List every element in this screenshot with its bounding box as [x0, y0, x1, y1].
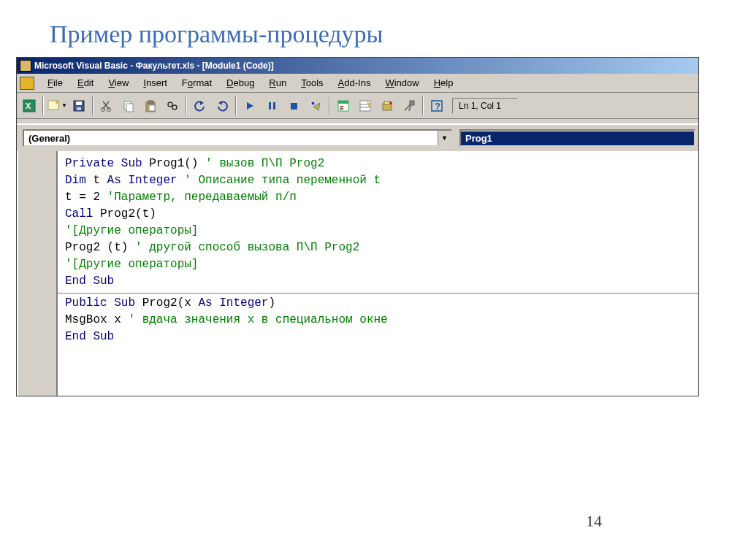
svg-rect-29: [340, 106, 343, 107]
svg-marker-25: [311, 101, 315, 105]
svg-rect-24: [291, 103, 297, 110]
code-selectors: (General) ▼ Prog1: [17, 123, 698, 151]
toolbar: X ▼: [17, 93, 698, 119]
chevron-down-icon[interactable]: ▼: [438, 131, 451, 145]
app-sysicon: [20, 60, 31, 72]
svg-rect-14: [148, 101, 153, 104]
svg-rect-6: [77, 107, 81, 110]
paste-icon[interactable]: [140, 96, 161, 116]
svg-point-37: [389, 101, 392, 104]
copy-icon[interactable]: [118, 96, 139, 116]
break-icon[interactable]: [262, 96, 282, 116]
procedure-separator: [58, 293, 698, 294]
svg-rect-12: [126, 104, 133, 112]
svg-point-3: [56, 101, 58, 104]
svg-marker-19: [200, 101, 204, 105]
save-icon[interactable]: [69, 96, 89, 116]
svg-point-17: [172, 105, 177, 110]
menu-window[interactable]: Window: [378, 76, 426, 90]
menu-debug[interactable]: Debug: [219, 76, 262, 90]
svg-marker-20: [218, 101, 222, 105]
slide-title: Пример программы-процедуры: [50, 20, 748, 48]
window-title: Microsoft Visual Basic - Факультет.xls -…: [34, 61, 274, 71]
svg-rect-36: [384, 101, 390, 104]
menu-view[interactable]: View: [101, 76, 136, 90]
menu-tools[interactable]: Tools: [294, 76, 330, 90]
menu-file[interactable]: File: [40, 76, 70, 90]
code-pane: Private Sub Prog1() ' вызов П\П Prog2 Di…: [17, 151, 698, 396]
margin-indicator-bar: [17, 151, 58, 396]
toolbox-icon[interactable]: [399, 96, 419, 116]
menu-format[interactable]: Format: [175, 76, 219, 90]
menu-help[interactable]: Help: [427, 76, 461, 90]
properties-icon[interactable]: [355, 96, 375, 116]
design-mode-icon[interactable]: [305, 96, 326, 116]
vb-app-icon: [20, 77, 34, 90]
svg-rect-5: [76, 101, 82, 105]
object-selector[interactable]: (General) ▼: [23, 129, 452, 147]
svg-rect-23: [273, 102, 275, 110]
object-browser-icon[interactable]: [377, 96, 397, 116]
view-excel-icon[interactable]: X: [19, 96, 39, 116]
procedure-selector[interactable]: Prog1: [459, 129, 695, 147]
svg-rect-30: [340, 108, 343, 110]
menu-insert[interactable]: Insert: [136, 76, 175, 90]
svg-rect-22: [269, 102, 271, 110]
svg-marker-21: [247, 102, 253, 110]
insert-userform-icon[interactable]: ▼: [47, 96, 67, 116]
menu-run[interactable]: Run: [262, 76, 294, 90]
find-icon[interactable]: [162, 96, 183, 116]
titlebar: Microsoft Visual Basic - Факультет.xls -…: [17, 58, 698, 74]
run-icon[interactable]: [240, 96, 260, 116]
vb-editor-window: Microsoft Visual Basic - Факультет.xls -…: [16, 57, 699, 396]
svg-text:X: X: [26, 101, 31, 110]
cursor-position: Ln 1, Col 1: [452, 98, 518, 114]
code-editor[interactable]: Private Sub Prog1() ' вызов П\П Prog2 Di…: [58, 151, 698, 396]
menu-edit[interactable]: Edit: [70, 76, 101, 90]
reset-icon[interactable]: [283, 96, 304, 116]
svg-rect-15: [149, 105, 155, 111]
project-explorer-icon[interactable]: [333, 96, 354, 116]
undo-icon[interactable]: [190, 96, 210, 116]
cut-icon[interactable]: [96, 96, 117, 116]
svg-text:?: ?: [435, 101, 440, 112]
slide-number: 14: [586, 512, 602, 531]
help-icon[interactable]: ?: [427, 96, 447, 116]
menubar: File Edit View Insert Format Debug Run T…: [17, 74, 698, 93]
redo-icon[interactable]: [212, 96, 232, 116]
svg-rect-28: [338, 101, 348, 104]
menu-addins[interactable]: Add-Ins: [331, 76, 378, 90]
